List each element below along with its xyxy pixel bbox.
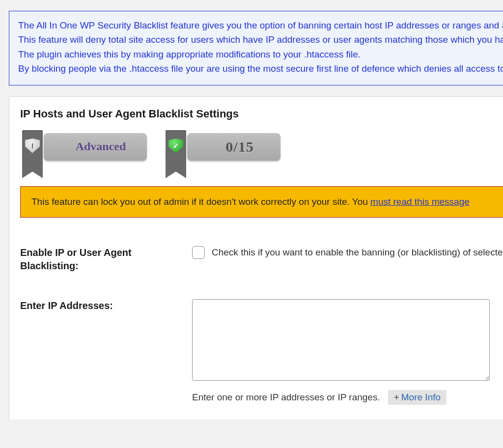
info-line: The All In One WP Security Blacklist fea… xyxy=(18,18,494,32)
enable-blacklisting-row: Enable IP or User Agent Blacklisting: Ch… xyxy=(20,246,492,273)
ip-addresses-help-text: Enter one or more IP addresses or IP ran… xyxy=(192,392,380,403)
more-info-label: More Info xyxy=(401,392,441,402)
lockout-warning-notice: This feature can lock you out of admin i… xyxy=(20,186,503,218)
security-score-label: 0/15 xyxy=(214,139,253,155)
info-line: By blocking people via the .htaccess fil… xyxy=(18,61,494,76)
plus-icon: + xyxy=(394,392,399,402)
feature-description-notice: The All In One WP Security Blacklist fea… xyxy=(9,11,503,85)
enable-blacklisting-checkbox[interactable] xyxy=(192,246,205,259)
security-level-label: Advanced xyxy=(65,140,126,153)
security-level-badge: ! Advanced xyxy=(20,133,147,165)
enable-blacklisting-description: Check this if you want to enable the ban… xyxy=(212,247,503,258)
more-info-button[interactable]: +More Info xyxy=(388,390,447,405)
info-line: The plugin achieves this by making appro… xyxy=(18,47,494,61)
ip-addresses-textarea[interactable] xyxy=(192,299,490,381)
shield-check-icon: ✓ xyxy=(168,139,183,153)
ip-addresses-label: Enter IP Addresses: xyxy=(20,299,192,312)
blacklist-settings-panel: IP Hosts and User Agent Blacklist Settin… xyxy=(9,96,503,420)
ip-addresses-row: Enter IP Addresses: Enter one or more IP… xyxy=(20,299,492,405)
shield-warning-icon: ! xyxy=(25,139,40,153)
security-score-badge: ✓ 0/15 xyxy=(164,133,280,165)
warning-text: This feature can lock you out of admin i… xyxy=(31,196,370,207)
enable-blacklisting-label: Enable IP or User Agent Blacklisting: xyxy=(20,246,192,273)
ip-addresses-help-row: Enter one or more IP addresses or IP ran… xyxy=(192,390,492,405)
info-line: This feature will deny total site access… xyxy=(18,32,494,47)
enable-blacklisting-control[interactable]: Check this if you want to enable the ban… xyxy=(192,246,503,259)
panel-title: IP Hosts and User Agent Blacklist Settin… xyxy=(20,108,492,120)
security-badges-row: ! Advanced ✓ 0/15 xyxy=(20,133,492,165)
warning-readme-link[interactable]: must read this message xyxy=(370,196,470,207)
